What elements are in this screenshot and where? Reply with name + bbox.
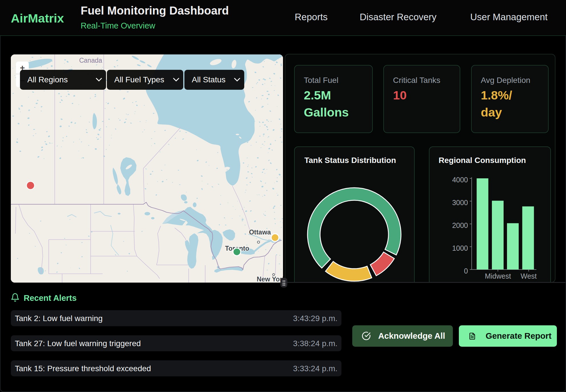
- svg-text:0: 0: [464, 267, 468, 275]
- svg-text:Canada: Canada: [79, 57, 102, 64]
- svg-text:3000: 3000: [452, 199, 468, 207]
- svg-text:New York: New York: [257, 275, 283, 283]
- svg-text:West: West: [521, 272, 537, 280]
- svg-text:4000: 4000: [452, 176, 468, 184]
- svg-text:1000: 1000: [452, 244, 468, 252]
- svg-text:Ottawa: Ottawa: [249, 228, 271, 236]
- svg-text:2000: 2000: [452, 221, 468, 229]
- svg-text:Midwest: Midwest: [485, 272, 511, 280]
